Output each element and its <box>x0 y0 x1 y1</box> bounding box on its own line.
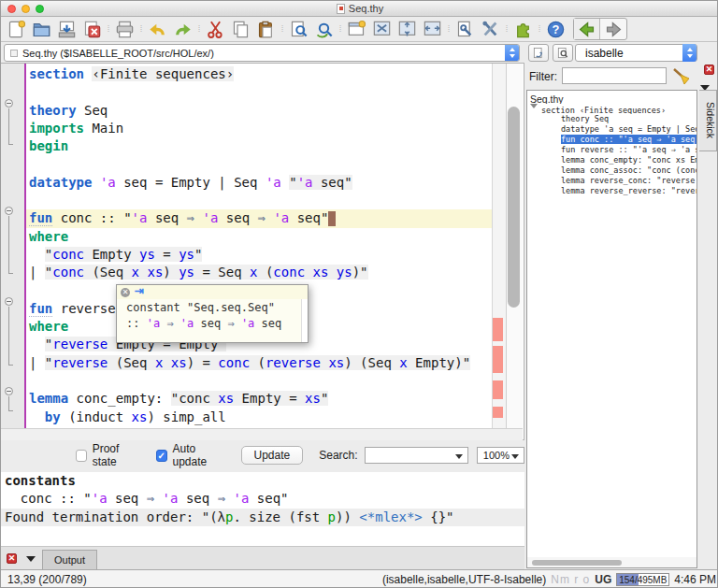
tab-output[interactable]: Output <box>42 550 97 569</box>
tree-item[interactable]: lemma reverse_reverse: "reverse (revers <box>527 186 696 196</box>
code-line[interactable]: theory Seq <box>26 102 492 120</box>
tree-item[interactable]: lemma reverse_conc: "reverse (conc xs y <box>527 176 696 186</box>
copy-button[interactable] <box>228 18 253 40</box>
save-file-button[interactable] <box>54 18 79 40</box>
fold-marker[interactable] <box>5 387 13 395</box>
editor-horizontal-scrollbar[interactable] <box>1 428 523 440</box>
filter-input[interactable] <box>562 67 667 84</box>
tree-item[interactable]: datatype 'a seq = Empty | Seq 'a "'a seq… <box>527 124 696 135</box>
code-line[interactable]: where <box>26 228 492 246</box>
code-line[interactable]: imports Main <box>26 120 492 137</box>
close-buffer-button[interactable] <box>79 18 105 40</box>
code-line[interactable]: lemma conc_empty: "conc xs Empty = xs" <box>26 390 492 408</box>
fold-line <box>8 307 9 365</box>
cut-button[interactable] <box>203 18 228 40</box>
find-button[interactable] <box>286 18 311 40</box>
editor-scrollbar-thumb[interactable] <box>508 107 520 308</box>
tree-root[interactable]: Seq.thy <box>527 91 696 104</box>
editor-gutter[interactable] <box>1 64 24 428</box>
unsplit-button[interactable] <box>369 18 395 40</box>
clock: 4:46 PM <box>674 573 716 586</box>
split-horizontal-button[interactable] <box>395 18 420 40</box>
parse-buffer-button[interactable] <box>528 44 549 62</box>
paste-button[interactable] <box>253 18 279 40</box>
clear-filter-icon[interactable] <box>670 66 693 87</box>
fold-marker[interactable] <box>5 207 13 215</box>
tooltip-line[interactable]: :: 'a ⇒ 'a seq ⇒ 'a seq <box>126 316 301 332</box>
code-text-area[interactable]: section ‹Finite sequences›theory Seqimpo… <box>26 64 492 428</box>
find-next-button[interactable] <box>311 18 337 40</box>
nav-back-button[interactable] <box>574 19 600 39</box>
tree-item[interactable]: theory Seq <box>527 114 696 124</box>
new-file-button[interactable] <box>4 18 29 40</box>
buffer-options-button[interactable] <box>452 18 478 40</box>
update-button[interactable]: Update <box>241 446 304 465</box>
code-line[interactable]: by (induct xs) simp_all <box>26 409 492 426</box>
fold-marker[interactable] <box>5 297 13 306</box>
status-mark[interactable] <box>493 318 503 341</box>
output-menu-icon[interactable] <box>26 556 36 566</box>
tooltip-scrollbar[interactable] <box>301 299 308 342</box>
split-vertical-button[interactable] <box>420 18 445 40</box>
nav-forward-button[interactable] <box>600 19 626 39</box>
memory-gauge[interactable]: 154/495MB <box>616 573 669 586</box>
status-flags-inactive[interactable]: Nm r o <box>551 573 590 586</box>
search-combo[interactable] <box>365 447 468 464</box>
code-line[interactable]: datatype 'a seq = Empty | Seq 'a "'a seq… <box>26 174 492 192</box>
plugin-manager-button[interactable] <box>510 18 536 40</box>
status-mark[interactable] <box>493 380 503 399</box>
code-line[interactable]: section ‹Finite sequences› <box>26 65 492 83</box>
title-bar[interactable]: Seq.thy <box>1 1 718 17</box>
buffer-switcher[interactable]: Seq.thy ($ISABELLE_ROOT/src/HOL/ex/) <box>4 44 520 62</box>
tree-item[interactable]: lemma conc_assoc: "conc (conc xs ys) zs <box>527 165 696 176</box>
output-line[interactable]: Found termination order: "(λp. size (fst… <box>1 509 524 526</box>
tab-sidekick[interactable]: Sidekick <box>699 90 717 151</box>
buffer-switcher-stepper[interactable] <box>505 44 519 62</box>
output-text-area[interactable]: constants conc :: "'a seq ⇒ 'a seq ⇒ 'a … <box>1 472 524 546</box>
close-output-button[interactable]: ✕ <box>7 553 17 564</box>
status-mark[interactable] <box>493 407 503 418</box>
help-button[interactable]: ? <box>543 18 568 40</box>
tree-item[interactable]: fun conc :: "'a seq ⇒ 'a seq ⇒ 'a seq" <box>527 135 696 145</box>
tree-expand-icon[interactable] <box>530 104 538 112</box>
status-mark[interactable] <box>493 346 503 373</box>
fold-marker[interactable] <box>5 99 13 108</box>
code-line[interactable] <box>26 372 492 390</box>
tooltip-detach-icon[interactable] <box>135 288 145 297</box>
open-file-button[interactable] <box>29 18 54 40</box>
undo-button[interactable] <box>145 18 170 40</box>
tree-item[interactable]: fun reverse :: "'a seq ⇒ 'a seq" <box>527 145 696 155</box>
tooltip-close-icon[interactable]: ✕ <box>121 288 130 297</box>
buffer-mode[interactable]: (isabelle,isabelle,UTF-8-Isabelle) <box>382 573 546 586</box>
close-dockable-button[interactable]: ✕ <box>704 65 714 75</box>
global-options-button[interactable] <box>478 18 503 40</box>
proof-state-checkbox[interactable] <box>76 450 87 462</box>
zoom-combo[interactable]: 100% <box>477 447 524 464</box>
tree-item[interactable]: section ‹Finite sequences› <box>527 104 696 114</box>
new-view-button[interactable] <box>344 18 369 40</box>
caret-position[interactable]: 13,39 (200/789) <box>7 573 87 586</box>
sidekick-tree[interactable]: Seq.thysection ‹Finite sequences›theory … <box>526 90 697 568</box>
sidekick-mode-stepper[interactable] <box>682 44 696 62</box>
code-line[interactable]: "conc Empty ys = ys" <box>26 246 492 264</box>
code-line[interactable]: fun conc :: "'a seq ⇒ 'a seq ⇒ 'a seq" <box>26 209 492 227</box>
code-line[interactable]: | "reverse (Seq x xs) = conc (reverse xs… <box>26 354 492 372</box>
editor[interactable]: section ‹Finite sequences›theory Seqimpo… <box>1 63 524 440</box>
code-line[interactable] <box>26 83 492 101</box>
code-line[interactable]: | "conc (Seq x xs) ys = Seq x (conc xs y… <box>26 264 492 281</box>
auto-update-checkbox[interactable]: ✓ <box>156 450 167 462</box>
tree-item[interactable]: lemma conc_empty: "conc xs Empty = xs" <box>527 155 696 165</box>
tree-scrollbar-thumb[interactable] <box>532 560 622 566</box>
status-flags-active[interactable]: UG <box>595 573 611 586</box>
sidekick-mode-combo[interactable]: isabelle <box>575 44 697 62</box>
overview-column[interactable] <box>492 64 506 428</box>
code-line[interactable] <box>26 192 492 209</box>
output-line[interactable]: conc :: "'a seq ⇒ 'a seq ⇒ 'a seq" <box>1 490 524 508</box>
tooltip-line[interactable]: constant "Seq.seq.Seq" <box>126 300 301 316</box>
print-button[interactable] <box>112 18 137 40</box>
output-line[interactable]: constants <box>1 472 524 490</box>
code-line[interactable] <box>26 155 492 173</box>
redo-button[interactable] <box>170 18 195 40</box>
auto-parse-button[interactable] <box>553 44 573 62</box>
code-line[interactable]: begin <box>26 137 492 155</box>
